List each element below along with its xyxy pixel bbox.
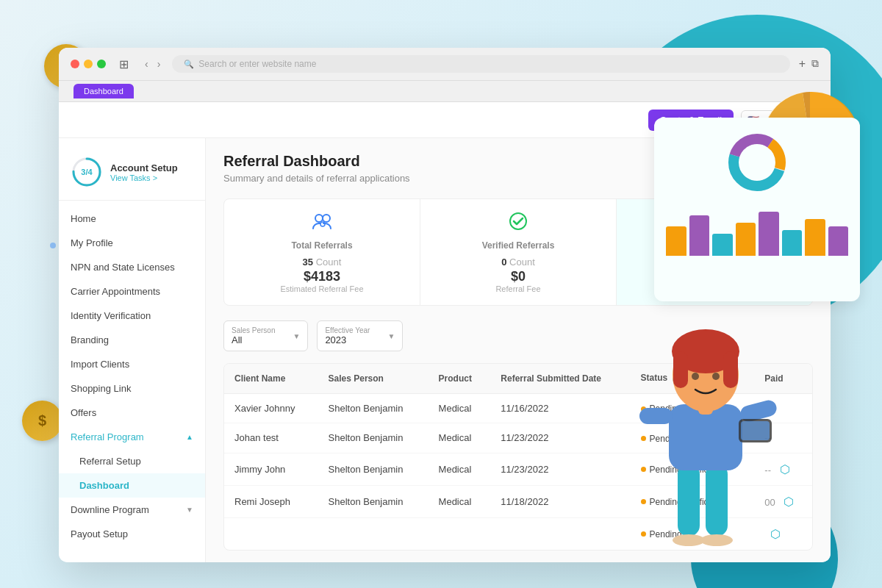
table-row: Xavier JohnnyShelton BenjaminMedical11/1…	[224, 393, 812, 423]
effective-year-chevron: ▼	[387, 332, 395, 340]
import-label: Import Clients	[71, 359, 129, 370]
dashboard-label: Dashboard	[79, 480, 129, 491]
table-row: Pending ⬡	[224, 517, 812, 550]
action-icon-4[interactable]: ⬡	[770, 528, 781, 540]
forward-button[interactable]: ›	[154, 57, 164, 71]
sidebar-item-payout-setup[interactable]: Payout Setup	[59, 522, 205, 546]
table-row: Remi JosephShelton BenjaminMedical11/18/…	[224, 485, 812, 517]
verified-referrals-amount: $0	[435, 269, 601, 284]
effective-year-filter-inner: Effective Year 2023	[325, 326, 370, 345]
sidebar-item-offers[interactable]: Offers	[59, 401, 205, 425]
table-row: Jimmy JohnShelton BenjaminMedical11/23/2…	[224, 453, 812, 485]
sidebar-item-branding[interactable]: Branding	[59, 328, 205, 352]
cell-status-0: Pending Verification	[631, 393, 755, 423]
cell-sales-4	[318, 517, 429, 550]
verified-referrals-icon	[435, 211, 601, 236]
downline-label: Downline Program	[71, 504, 149, 515]
referral-table: Client Name Sales Person Product Referra…	[223, 363, 813, 551]
cell-status-2: Pending Verification	[631, 453, 755, 485]
sidebar-item-downline-program[interactable]: Downline Program ▼	[59, 498, 205, 522]
svg-point-3	[323, 215, 330, 222]
th-product: Product	[429, 364, 491, 393]
cell-sales-0: Shelton Benjamin	[318, 393, 429, 423]
cell-date-2: 11/23/2022	[490, 453, 630, 485]
active-tab[interactable]: Dashboard	[74, 84, 134, 98]
sidebar-item-my-profile[interactable]: My Profile	[59, 231, 205, 255]
view-tasks-link[interactable]: View Tasks >	[110, 173, 178, 182]
branding-label: Branding	[71, 334, 109, 345]
th-paid: Paid	[754, 364, 812, 393]
sidebar-item-identity-verification[interactable]: Identity Verification	[59, 304, 205, 328]
sidebar-item-dashboard[interactable]: Dashboard	[59, 473, 205, 498]
account-setup: 3/4 Account Setup View Tasks >	[59, 150, 205, 201]
sidebar-item-carrier-appointments[interactable]: Carrier Appointments	[59, 279, 205, 304]
maximize-button[interactable]	[97, 60, 106, 68]
sidebar-item-referral-program[interactable]: Referral Program ▲	[59, 425, 205, 449]
cell-client-3: Remi Joseph	[224, 485, 318, 517]
verified-referrals-count: 0 Count	[435, 257, 601, 268]
bar-4	[759, 212, 779, 256]
cell-paid-2: -- ⬡	[754, 453, 812, 485]
bar-chart	[666, 204, 848, 256]
status-info-icon[interactable]: ⓘ	[673, 374, 683, 384]
sales-person-filter[interactable]: Sales Person All ▼	[223, 320, 308, 351]
sales-person-chevron: ▼	[293, 332, 300, 340]
sidebar-item-home[interactable]: Home	[59, 207, 205, 231]
svg-point-2	[315, 215, 323, 222]
cell-paid-0: --	[754, 393, 812, 423]
referral-table-element: Client Name Sales Person Product Referra…	[224, 364, 812, 550]
referral-expand-icon: ▲	[186, 433, 193, 441]
coin-left: $	[22, 401, 62, 441]
npn-label: NPN and State Licenses	[71, 262, 175, 273]
effective-year-filter[interactable]: Effective Year 2023 ▼	[317, 320, 403, 351]
sidebar-item-import-clients[interactable]: Import Clients	[59, 352, 205, 376]
sidebar-item-shopping-link[interactable]: Shopping Link	[59, 376, 205, 401]
action-icon-3[interactable]: ⬡	[784, 495, 794, 508]
setup-title: Account Setup	[110, 162, 178, 173]
deco-dot-2	[50, 243, 56, 248]
bar-1	[689, 215, 710, 256]
sidebar-item-npn-licenses[interactable]: NPN and State Licenses	[59, 255, 205, 279]
referral-setup-label: Referral Setup	[79, 456, 141, 467]
address-bar[interactable]: 🔍 Search or enter website name	[172, 55, 789, 73]
sales-person-value: All	[232, 334, 275, 345]
stat-total-referrals: Total Referrals 35 Count $4183 Estimated…	[224, 199, 420, 305]
my-profile-label: My Profile	[71, 237, 113, 248]
identity-label: Identity Verification	[71, 310, 151, 321]
effective-year-label: Effective Year	[325, 326, 370, 334]
tab-bar: Dashboard	[59, 81, 831, 102]
bar-2	[712, 234, 733, 256]
bar-5	[782, 230, 803, 256]
sidebar-toggle-icon[interactable]: ⊞	[115, 56, 133, 73]
progress-circle: 3/4	[71, 156, 103, 188]
cell-product-0: Medical	[429, 393, 491, 423]
search-icon: 🔍	[184, 60, 194, 69]
browser-actions: + ⧉	[799, 57, 819, 71]
new-tab-icon[interactable]: +	[799, 57, 806, 71]
cell-client-0: Xavier Johnny	[224, 393, 318, 423]
progress-text: 3/4	[81, 168, 92, 176]
bar-3	[736, 223, 756, 256]
total-referrals-label: Total Referrals	[239, 240, 405, 251]
cell-date-4	[490, 517, 630, 550]
nav-arrows: ‹ ›	[142, 57, 163, 71]
cell-paid-3: 00 ⬡	[754, 485, 812, 517]
cell-date-1: 11/23/2022	[490, 423, 630, 453]
home-label: Home	[71, 213, 96, 224]
copy-icon[interactable]: ⧉	[811, 57, 819, 71]
cell-paid-1: --	[754, 423, 812, 453]
total-referrals-amount: $4183	[239, 269, 405, 284]
address-text: Search or enter website name	[198, 59, 316, 69]
sidebar-item-referral-setup[interactable]: Referral Setup	[59, 449, 205, 473]
total-referrals-sublabel: Estimated Referral Fee	[239, 284, 405, 293]
chart-overlay	[654, 118, 860, 301]
minimize-button[interactable]	[84, 60, 93, 68]
action-icon-2[interactable]: ⬡	[780, 463, 790, 476]
sales-person-label: Sales Person	[232, 326, 275, 334]
shopping-label: Shopping Link	[71, 383, 131, 394]
cell-product-2: Medical	[429, 453, 491, 485]
close-button[interactable]	[71, 60, 79, 68]
browser-chrome: ⊞ ‹ › 🔍 Search or enter website name + ⧉	[59, 48, 831, 81]
back-button[interactable]: ‹	[142, 57, 151, 71]
stat-verified-referrals: Verified Referrals 0 Count $0 Referral F…	[420, 199, 617, 305]
